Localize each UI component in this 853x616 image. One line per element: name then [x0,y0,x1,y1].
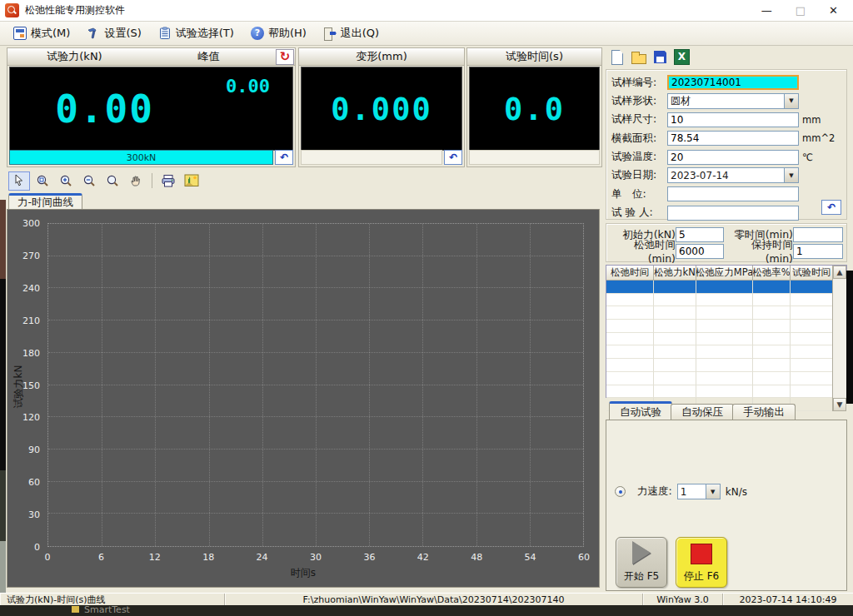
tab-auto-hold[interactable]: 自动保压 [671,404,734,420]
table-row[interactable] [606,385,832,399]
force-zero-button[interactable]: ↶ [275,150,293,165]
test-date-value: 2023-07-14 [668,170,784,181]
x-tick-label: 54 [525,552,536,563]
sample-id-input[interactable] [667,75,799,90]
deformation-zero-button[interactable]: ↶ [444,150,462,165]
table-row[interactable] [606,281,832,294]
table-cell [654,333,696,346]
scroll-up-icon[interactable]: ▲ [833,266,846,279]
zoom-in-button[interactable] [55,171,77,191]
hold-time-label: 保持时间(min) [727,238,793,265]
result-table-body [606,281,832,411]
table-row[interactable] [606,372,832,385]
force-range-bar: 300kN [9,150,273,165]
menu-item-test-select[interactable]: 试验选择(T) [150,23,242,43]
chart-toolbar [7,170,603,191]
table-cell [753,294,791,307]
taskbar-partial-text: SmartTest [84,605,130,615]
chevron-down-icon[interactable]: ▼ [784,168,798,182]
chevron-down-icon[interactable]: ▼ [706,484,720,499]
tab-force-time-curve[interactable]: 力-时间曲线 [8,193,82,209]
cross-section-label: 横截面积: [611,132,667,146]
table-row[interactable] [606,320,832,333]
maximize-button[interactable]: □ [796,5,806,16]
force-speed-select[interactable]: 1 ▼ [677,484,721,499]
initial-force-input[interactable] [676,227,724,242]
pan-tool-button[interactable] [125,171,147,191]
table-row[interactable] [606,345,832,359]
zero-time-input[interactable] [793,227,843,242]
table-scrollbar[interactable]: ▲ ▼ [832,266,846,411]
table-row[interactable] [606,333,832,346]
print-button[interactable] [157,171,179,191]
menu-item-label: 试验选择(T) [176,26,234,41]
table-cell [791,359,832,372]
table-cell [696,333,753,346]
table-cell [606,306,654,320]
table-row[interactable] [606,359,832,372]
peak-value: 0.00 [226,76,270,97]
x-tick-label: 6 [98,552,104,563]
cross-section-input[interactable] [667,131,799,146]
magnifier-icon [106,174,120,188]
force-speed-radio[interactable] [615,486,626,497]
zoom-window-button[interactable] [32,171,53,191]
menu-item-help[interactable]: ? 帮助(H) [242,23,315,43]
pointer-tool-button[interactable] [8,171,30,191]
export-image-button[interactable] [181,171,202,191]
image-icon [184,174,199,187]
gridline-v [316,224,317,546]
tab-auto-test[interactable]: 自动试验 [609,401,672,420]
table-cell [753,345,791,359]
open-file-button[interactable] [631,49,646,65]
export-excel-button[interactable]: X [674,49,690,65]
clipboard-icon [158,27,172,40]
menu-item-label: 设置(S) [104,26,141,41]
chevron-down-icon[interactable]: ▼ [784,94,798,108]
minimize-button[interactable]: — [761,5,772,16]
zoom-reset-button[interactable] [102,171,123,191]
table-cell [791,333,832,346]
menu-item-exit[interactable]: 退出(Q) [315,23,387,43]
save-file-button[interactable] [652,49,668,65]
status-curve-name: 试验力(kN)-时间(s)曲线 [0,594,225,605]
start-button[interactable]: 开始 F5 [616,537,667,588]
test-date-select[interactable]: 2023-07-14 ▼ [667,167,799,183]
table-row[interactable] [606,294,832,307]
unit-org-input[interactable] [667,186,799,201]
table-cell [791,320,832,333]
zoom-out-icon [82,174,97,188]
sample-shape-select[interactable]: 圆材 ▼ [667,93,799,109]
table-cell [654,372,696,385]
table-cell [791,372,832,385]
plot-area[interactable] [47,223,584,547]
stop-button[interactable]: 停止 F6 [676,537,727,588]
force-speed-value: 1 [678,486,706,498]
menu-item-settings[interactable]: 设置(S) [78,23,149,43]
new-file-button[interactable] [609,49,625,65]
relax-time-input[interactable] [676,244,724,259]
operator-input[interactable] [667,206,799,221]
test-temp-input[interactable] [667,150,799,165]
table-cell [791,385,832,399]
control-tab-strip: 自动试验 自动保压 手动输出 [606,401,847,420]
menu-item-mode[interactable]: 模式(M) [5,23,78,43]
deformation-lcd: 0.000 [301,67,462,151]
table-cell [654,320,696,333]
table-row[interactable] [606,306,832,320]
table-cell [791,281,832,294]
force-lcd: 0.00 0.00 [9,67,293,151]
hold-time-input[interactable] [793,244,843,259]
table-header-0: 松弛时间 [606,266,654,281]
zoom-out-button[interactable] [78,171,100,191]
tab-manual-output[interactable]: 手动输出 [732,404,796,420]
sample-id-label: 试样编号: [611,76,667,90]
close-button[interactable]: ✕ [829,5,838,16]
mode-icon [13,27,27,40]
form-reset-button[interactable]: ↶ [821,200,841,215]
gridline-v [369,224,370,546]
hand-icon [129,174,142,187]
sample-size-input[interactable] [667,112,799,127]
peak-reset-button[interactable]: ↻ [276,49,294,65]
test-params-box: 初始力(kN) 零时间(min) 松弛时间(min) 保持时间(min) [606,223,847,262]
